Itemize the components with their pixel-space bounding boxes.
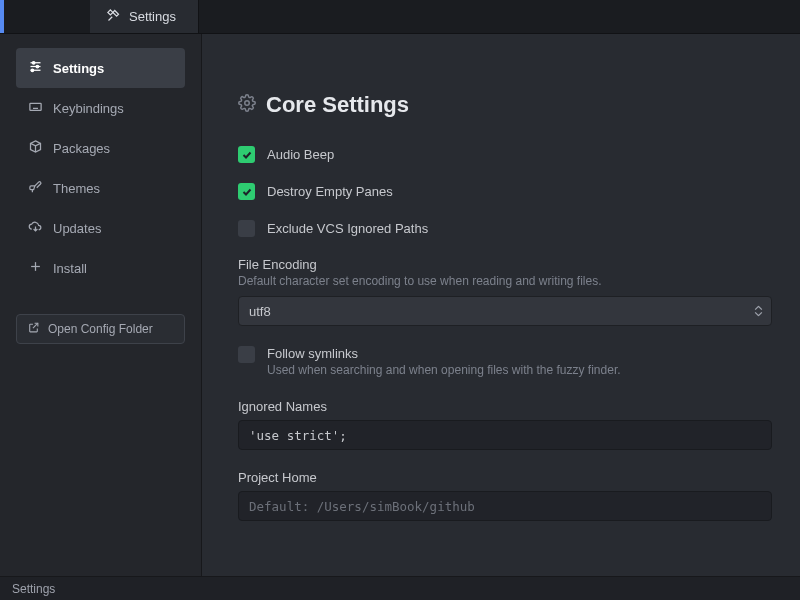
cloud-download-icon: [28, 219, 43, 237]
sidebar-item-label: Packages: [53, 141, 110, 156]
svg-point-3: [36, 65, 39, 68]
checkbox-audio-beep[interactable]: Audio Beep: [238, 146, 772, 163]
checkbox-icon: [238, 183, 255, 200]
sidebar-item-label: Keybindings: [53, 101, 124, 116]
ignored-names-input[interactable]: [238, 420, 772, 450]
checkbox-exclude-vcs[interactable]: Exclude VCS Ignored Paths: [238, 220, 772, 237]
sidebar-item-updates[interactable]: Updates: [16, 208, 185, 248]
checkbox-follow-symlinks[interactable]: Follow symlinks Used when searching and …: [238, 346, 772, 377]
sidebar-item-label: Themes: [53, 181, 100, 196]
tab-settings[interactable]: Settings: [90, 0, 199, 33]
open-config-button[interactable]: Open Config Folder: [16, 314, 185, 344]
tab-spacer: [4, 0, 90, 33]
open-config-label: Open Config Folder: [48, 322, 153, 336]
field-label: Project Home: [238, 470, 772, 485]
checkbox-icon: [238, 220, 255, 237]
select-value: utf8: [249, 304, 271, 319]
sidebar-item-label: Updates: [53, 221, 101, 236]
svg-point-1: [32, 62, 35, 65]
field-ignored-names: Ignored Names: [238, 399, 772, 450]
sidebar-item-themes[interactable]: Themes: [16, 168, 185, 208]
tools-icon: [106, 8, 121, 26]
plus-icon: [28, 259, 43, 277]
svg-point-5: [31, 69, 34, 72]
sidebar-item-install[interactable]: Install: [16, 248, 185, 288]
checkbox-label: Audio Beep: [267, 147, 334, 162]
status-text: Settings: [12, 582, 55, 596]
sidebar-item-label: Settings: [53, 61, 104, 76]
field-label: Ignored Names: [238, 399, 772, 414]
checkbox-label: Exclude VCS Ignored Paths: [267, 221, 428, 236]
file-encoding-select[interactable]: utf8: [238, 296, 772, 326]
field-project-home: Project Home: [238, 470, 772, 521]
section-title: Core Settings: [266, 92, 409, 118]
svg-point-14: [245, 101, 250, 106]
sidebar-item-keybindings[interactable]: Keybindings: [16, 88, 185, 128]
gear-icon: [238, 92, 256, 118]
sliders-icon: [28, 59, 43, 77]
checkbox-label: Destroy Empty Panes: [267, 184, 393, 199]
status-bar: Settings: [0, 576, 800, 600]
package-icon: [28, 139, 43, 157]
checkbox-icon: [238, 346, 255, 363]
svg-rect-6: [30, 103, 41, 110]
external-link-icon: [27, 321, 40, 337]
checkbox-destroy-empty-panes[interactable]: Destroy Empty Panes: [238, 183, 772, 200]
tab-bar: Settings: [0, 0, 800, 34]
field-file-encoding: File Encoding Default character set enco…: [238, 257, 772, 326]
section-header: Core Settings: [238, 92, 772, 118]
sidebar: Settings Keybindings Packages: [0, 34, 202, 576]
tab-label: Settings: [129, 9, 176, 24]
sidebar-item-settings[interactable]: Settings: [16, 48, 185, 88]
sidebar-item-packages[interactable]: Packages: [16, 128, 185, 168]
project-home-input[interactable]: [238, 491, 772, 521]
main-panel: Core Settings Audio Beep Destroy Empty P…: [202, 34, 800, 576]
field-label: File Encoding: [238, 257, 772, 272]
checkbox-label: Follow symlinks: [267, 346, 621, 361]
sidebar-item-label: Install: [53, 261, 87, 276]
select-caret-icon: [754, 306, 763, 317]
paint-icon: [28, 179, 43, 197]
checkbox-desc: Used when searching and when opening fil…: [267, 363, 621, 377]
checkbox-icon: [238, 146, 255, 163]
keyboard-icon: [28, 99, 43, 117]
field-desc: Default character set encoding to use wh…: [238, 274, 772, 288]
